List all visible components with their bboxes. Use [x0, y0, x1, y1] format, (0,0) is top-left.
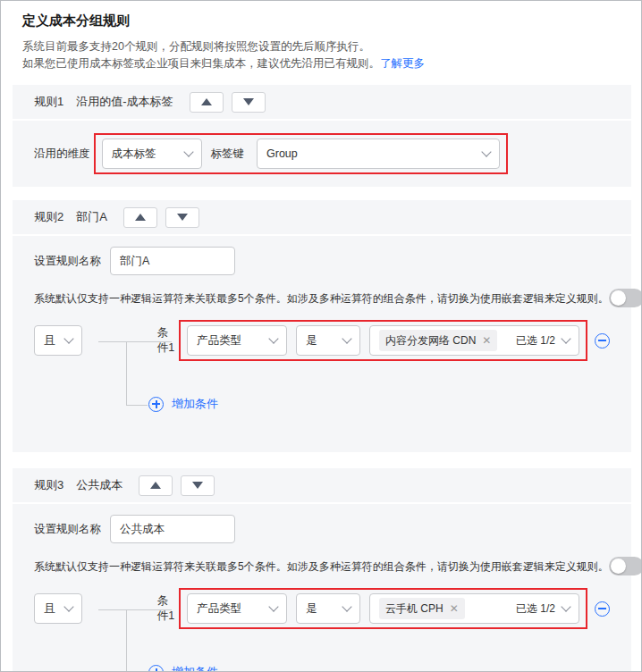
chip-close-icon[interactable]: ✕: [450, 602, 459, 615]
rule-name-label: 设置规则名称: [34, 522, 101, 537]
chevron-down-icon: [481, 147, 491, 156]
minus-circle-icon: [595, 601, 610, 617]
remove-condition-button[interactable]: [595, 601, 610, 617]
logic-note-text: 系统默认仅支持一种逻辑运算符来关联最多5个条件。如涉及多种运算符的组合条件，请切…: [34, 291, 609, 306]
move-up-button[interactable]: [123, 207, 157, 228]
rule-name-row: 设置规则名称: [34, 515, 610, 543]
rule-name-input[interactable]: [110, 247, 235, 275]
add-condition-row[interactable]: 增加条件: [148, 663, 610, 672]
condition-area: 且 条件1 产品类型 是: [34, 588, 610, 672]
rule-title: 公共成本: [76, 477, 122, 493]
tag-key-select-value: Group: [266, 147, 476, 160]
selected-tag-text: 云手机 CPH: [385, 601, 443, 617]
field-select[interactable]: 产品类型: [187, 593, 287, 624]
page-title: 定义成本分组规则: [22, 13, 620, 29]
value-multiselect[interactable]: 内容分发网络 CDN ✕ 已选 1/2: [369, 325, 579, 356]
move-down-button[interactable]: [165, 207, 199, 228]
condition-area: 且 条件1 产品类型 是: [34, 320, 610, 413]
page-description-line2: 如果您已使用成本标签或企业项目来归集成本，建议优先沿用已有规则。了解更多: [22, 55, 620, 72]
logic-operator-select[interactable]: 且: [34, 593, 82, 624]
chip-close-icon[interactable]: ✕: [482, 334, 491, 347]
annotation-rect-rule3: 产品类型 是 云手机 CPH ✕ 已选 1/2: [179, 588, 587, 629]
value-multiselect[interactable]: 云手机 CPH ✕ 已选 1/2: [369, 593, 579, 624]
logic-operator-value: 且: [44, 333, 58, 349]
rule-card-2: 规则2 部门A 设置规则名称 系统默认仅支持一种逻辑运算符来关联最多5个条件。如…: [13, 200, 631, 452]
annotation-rect-rule1: 成本标签 标签键 Group: [94, 133, 509, 174]
condition-label: 条件1: [157, 593, 175, 624]
annotation-rect-rule2: 产品类型 是 内容分发网络 CDN ✕ 已选 1/2: [179, 320, 587, 361]
nested-logic-toggle[interactable]: [609, 289, 642, 307]
plus-circle-icon: [148, 397, 164, 412]
comparator-select[interactable]: 是: [296, 593, 360, 624]
logic-operator-value: 且: [44, 601, 58, 617]
chevron-down-icon: [268, 601, 278, 611]
condition-label: 条件1: [157, 325, 175, 356]
dimension-select-value: 成本标签: [112, 147, 178, 162]
toggle-knob: [611, 559, 626, 574]
move-up-button[interactable]: [190, 92, 224, 113]
rule-name-input[interactable]: [110, 515, 235, 543]
comparator-select[interactable]: 是: [296, 325, 360, 356]
field-select-value: 产品类型: [197, 601, 263, 617]
logic-operator-select[interactable]: 且: [34, 325, 82, 356]
logic-note-row: 系统默认仅支持一种逻辑运算符来关联最多5个条件。如涉及多种运算符的组合条件，请切…: [34, 289, 610, 307]
rule3-header: 规则3 公共成本: [13, 468, 631, 504]
up-arrow-icon: [135, 214, 146, 221]
rule-index: 规则2: [34, 209, 63, 225]
comparator-select-value: 是: [306, 601, 336, 617]
chevron-down-icon: [63, 333, 73, 343]
rule1-body: 沿用的维度 成本标签 标签键 Group: [13, 121, 631, 187]
move-down-button[interactable]: [232, 92, 266, 113]
down-arrow-icon: [177, 214, 188, 221]
chevron-down-icon: [561, 601, 570, 611]
minus-circle-icon: [595, 333, 610, 349]
logic-note-text: 系统默认仅支持一种逻辑运算符来关联最多5个条件。如涉及多种运算符的组合条件，请切…: [34, 559, 609, 574]
condition-row: 且 条件1 产品类型 是: [34, 320, 610, 361]
down-arrow-icon: [243, 98, 254, 105]
tree-connector-line: [98, 341, 172, 342]
tree-connector-line: [98, 609, 172, 610]
rule-card-1: 规则1 沿用的值-成本标签 沿用的维度 成本标签 标签键 Group: [13, 85, 631, 187]
tree-connector-line: [126, 405, 148, 406]
inherit-dimension-label: 沿用的维度: [34, 147, 90, 162]
field-select[interactable]: 产品类型: [187, 325, 287, 356]
up-arrow-icon: [150, 482, 161, 489]
tree-connector-line: [126, 341, 127, 406]
rule-title: 沿用的值-成本标签: [76, 94, 173, 110]
chevron-down-icon: [63, 601, 73, 611]
page-description-line1: 系统目前最多支持20个规则，分配规则将按照您设置的先后顺序执行。: [22, 38, 620, 55]
chevron-down-icon: [183, 147, 193, 156]
selected-tag-text: 内容分发网络 CDN: [385, 333, 476, 349]
chevron-down-icon: [561, 333, 570, 343]
rule2-body: 设置规则名称 系统默认仅支持一种逻辑运算符来关联最多5个条件。如涉及多种运算符的…: [13, 236, 631, 452]
remove-condition-button[interactable]: [595, 333, 610, 349]
nested-logic-toggle[interactable]: [609, 557, 642, 575]
selected-count-text: 已选 1/2: [516, 601, 555, 617]
tag-key-label: 标签键: [211, 147, 245, 162]
up-arrow-icon: [201, 98, 212, 105]
rule1-header: 规则1 沿用的值-成本标签: [13, 85, 631, 121]
rule-index: 规则3: [34, 477, 63, 493]
rule3-body: 设置规则名称 系统默认仅支持一种逻辑运算符来关联最多5个条件。如涉及多种运算符的…: [13, 504, 631, 672]
cost-grouping-rules-panel: 定义成本分组规则 系统目前最多支持20个规则，分配规则将按照您设置的先后顺序执行…: [0, 0, 642, 672]
chevron-down-icon: [342, 601, 351, 611]
plus-circle-icon: [148, 665, 164, 672]
add-condition-label: 增加条件: [172, 396, 218, 412]
chevron-down-icon: [342, 333, 351, 343]
tree-connector-line: [126, 609, 127, 672]
selected-tag-chip: 内容分发网络 CDN ✕: [379, 330, 497, 351]
description-text: 如果您已使用成本标签或企业项目来归集成本，建议优先沿用已有规则。: [22, 57, 380, 70]
move-down-button[interactable]: [181, 475, 215, 496]
selected-count-text: 已选 1/2: [516, 333, 555, 349]
move-up-button[interactable]: [139, 475, 173, 496]
comparator-select-value: 是: [306, 333, 336, 349]
rule-name-row: 设置规则名称: [34, 247, 610, 275]
add-condition-row[interactable]: 增加条件: [148, 395, 610, 413]
chevron-down-icon: [268, 333, 278, 343]
learn-more-link[interactable]: 了解更多: [380, 57, 425, 70]
tag-key-select[interactable]: Group: [257, 139, 500, 169]
dimension-select[interactable]: 成本标签: [102, 139, 202, 169]
selected-tag-chip: 云手机 CPH ✕: [379, 598, 465, 619]
rule-index: 规则1: [34, 94, 63, 110]
condition-row: 且 条件1 产品类型 是: [34, 588, 610, 629]
